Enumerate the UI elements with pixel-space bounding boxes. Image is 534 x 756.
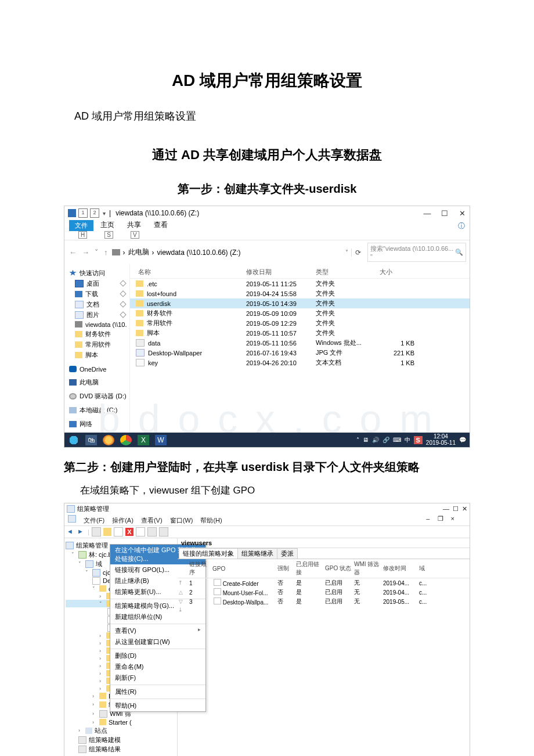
col-enabled[interactable]: 已启用链接 (296, 560, 324, 577)
ribbon-help-icon[interactable]: ⓘ (458, 221, 470, 231)
menu-action[interactable]: 操作(A) (112, 517, 134, 524)
tab-file[interactable]: 文件 (69, 220, 93, 231)
tool-up-icon[interactable] (92, 527, 101, 537)
gpo-row[interactable]: ▽ 3 Desktop-Wallpa... 否 是 已启用 无 2019-05.… (178, 597, 470, 606)
col-wmi[interactable]: WMI 筛选器 (354, 560, 382, 577)
tab-home[interactable]: 主页 (95, 219, 120, 231)
menu-help[interactable]: 帮助(H) (200, 517, 222, 524)
col-enforced[interactable]: 强制 (277, 564, 295, 573)
tab-inheritance[interactable]: 组策略继承 (237, 548, 277, 559)
taskbar-chrome-icon[interactable] (120, 435, 132, 445)
minimize-button[interactable]: — (423, 209, 431, 218)
refresh-button[interactable]: ⟳ (351, 249, 365, 257)
gpo-row[interactable]: △ 2 Mount-User-Fol... 否 是 已启用 无 2019-04.… (178, 588, 470, 597)
col-type[interactable]: 类型 (316, 268, 380, 276)
move-up-icon[interactable]: △ (178, 589, 183, 595)
tool-show-icon[interactable] (103, 528, 111, 536)
inner-min-button[interactable]: – (426, 515, 430, 522)
menubar[interactable]: 文件(F) 操作(A) 查看(V) 窗口(W) 帮助(H) – ❐ × (64, 514, 470, 525)
file-row-selected[interactable]: userdisk2019-05-10 14:39文件夹 (130, 298, 470, 308)
col-gpo[interactable]: GPO (212, 566, 276, 572)
tray-network-icon[interactable]: 🖥 (363, 437, 369, 443)
nav-tree[interactable]: 快速访问 桌面 下载 文档 图片 viewdata (\\10.10. 财务软件… (64, 264, 130, 433)
nav-up-button[interactable]: ↑ (103, 248, 109, 257)
tool-refresh-icon[interactable] (147, 527, 157, 537)
file-list[interactable]: 名称 修改日期 类型 大小 .etc2019-05-11 11:25文件夹 lo… (130, 264, 470, 433)
menu-file[interactable]: 文件(F) (84, 517, 104, 524)
nav-forward-button[interactable]: → (81, 248, 91, 257)
tray-link-icon[interactable]: 🔗 (383, 437, 389, 443)
col-modified[interactable]: 修改时间 (383, 564, 418, 573)
taskbar[interactable]: 🛍 X W ˄ 🖥 🔊 🔗 ⌨ 中 S 12:04 2019-05-11 💬 (64, 433, 470, 447)
col-domain[interactable]: 域 (419, 564, 431, 573)
qat-1[interactable]: 1 (78, 208, 88, 218)
tool-new-icon[interactable] (114, 527, 123, 537)
folder-icon (136, 300, 143, 307)
move-down-icon[interactable]: ▽ (178, 599, 183, 604)
gpo-grid[interactable]: 链接顺序 GPO 强制 已启用链接 GPO 状态 WMI 筛选器 修改时间 域 … (178, 559, 470, 613)
tray-sogou-icon[interactable]: S (414, 436, 423, 444)
minimize-button[interactable]: — (443, 505, 449, 513)
gpmc-tree[interactable]: 组策略管理 ˅林: cjc.bns.cn ˅域 ˅cjc.bns.cn Defa… (64, 538, 178, 756)
tool-help-icon[interactable] (159, 527, 168, 537)
col-date[interactable]: 修改日期 (246, 268, 316, 276)
tray-ime-icon[interactable]: 中 (405, 436, 410, 444)
col-status[interactable]: GPO 状态 (325, 564, 353, 573)
documents-icon (75, 301, 84, 308)
close-button[interactable]: ✕ (458, 209, 466, 218)
maximize-button[interactable]: ☐ (441, 209, 449, 218)
search-icon: 🔍 (455, 249, 463, 256)
move-bottom-icon[interactable]: ⤓ (178, 607, 183, 613)
taskbar-store-icon[interactable]: 🛍 (85, 435, 97, 445)
qat-2[interactable]: 2 (90, 208, 99, 218)
tool-delete-icon[interactable]: X (125, 528, 134, 536)
inner-restore-button[interactable]: ❐ (438, 515, 443, 522)
file-row[interactable]: Desktop-Wallpaper2016-07-16 19:43JPG 文件2… (130, 348, 470, 358)
disk-icon (69, 407, 77, 413)
tool-back-icon[interactable]: ◄ (67, 528, 75, 536)
col-size[interactable]: 大小 (380, 268, 420, 276)
tool-forward-icon[interactable]: ► (77, 528, 85, 536)
inner-close-button[interactable]: × (451, 515, 454, 522)
tool-properties-icon[interactable] (136, 527, 145, 537)
gpmc-window: 组策略管理 — ☐ ✕ 文件(F) 操作(A) 查看(V) 窗口(W) 帮助(H… (64, 503, 470, 756)
menu-window[interactable]: 窗口(W) (170, 517, 193, 524)
tab-linked-gpos[interactable]: 链接的组策略对象 (179, 548, 238, 559)
file-row[interactable]: 脚本2019-05-11 10:57文件夹 (130, 328, 470, 338)
nav-back-button[interactable]: ← (68, 248, 78, 257)
tab-delegation[interactable]: 委派 (277, 548, 298, 559)
tray-clock[interactable]: 12:04 2019-05-11 (426, 434, 456, 446)
tray-action-center-icon[interactable]: 💬 (459, 437, 466, 443)
toolbar[interactable]: ◄ ► | X (64, 525, 470, 538)
tray-up-icon[interactable]: ˄ (356, 437, 359, 443)
file-row[interactable]: key2019-04-26 20:10文本文档1 KB (130, 358, 470, 368)
col-name[interactable]: 名称 (130, 268, 246, 276)
nav-recent-button[interactable]: ˅ (93, 248, 100, 257)
file-row[interactable]: .etc2019-05-11 11:25文件夹 (130, 279, 470, 289)
taskbar-word-icon[interactable]: W (155, 435, 167, 445)
drive-icon (112, 249, 120, 255)
search-input[interactable]: 搜索"viewdata (\\10.10.0.66... " 🔍 (367, 243, 466, 262)
tab-view[interactable]: 查看 (148, 219, 174, 231)
jpg-file-icon (136, 349, 145, 357)
file-row[interactable]: lost+found2019-04-24 15:58文件夹 (130, 289, 470, 298)
file-row[interactable]: 财务软件2019-05-09 10:09文件夹 (130, 308, 470, 318)
maximize-button[interactable]: ☐ (453, 505, 459, 513)
file-row[interactable]: 常用软件2019-05-09 12:29文件夹 (130, 318, 470, 328)
address-dropdown-icon[interactable]: ˅ (345, 249, 348, 255)
crumb-this-pc[interactable]: 此电脑 (128, 247, 149, 257)
menu-view[interactable]: 查看(V) (141, 517, 163, 524)
close-button[interactable]: ✕ (462, 505, 467, 513)
gpo-row[interactable]: ⤒ 1 Create-Folder 否 是 已启用 无 2019-04... c… (178, 578, 470, 588)
tab-share[interactable]: 共享 (121, 219, 147, 231)
tray-keyboard-icon[interactable]: ⌨ (393, 437, 401, 443)
tray-volume-icon[interactable]: 🔊 (372, 437, 379, 443)
taskbar-ie-icon[interactable] (68, 435, 80, 445)
taskbar-excel-icon[interactable]: X (138, 435, 149, 445)
taskbar-firefox-icon[interactable] (103, 435, 114, 445)
move-top-icon[interactable]: ⤒ (178, 580, 183, 586)
crumb-drive[interactable]: viewdata (\\10.10.0.66) (Z:) (157, 249, 241, 257)
qat-dropdown-icon[interactable]: ▾ (102, 210, 107, 217)
file-row[interactable]: data2019-05-11 10:56Windows 批处...1 KB (130, 338, 470, 348)
col-order[interactable]: 链接顺序 (189, 560, 211, 577)
